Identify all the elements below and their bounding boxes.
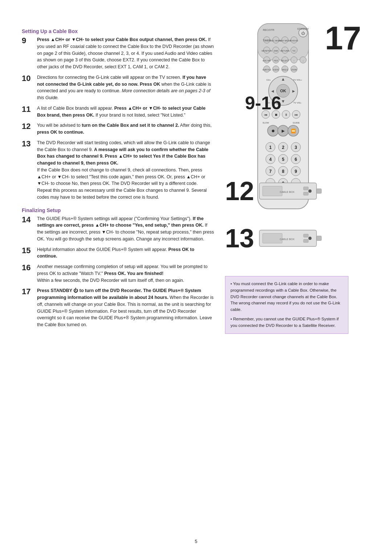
svg-text:↑: ↑ [294, 60, 295, 62]
step-content-14: The GUIDE Plus+® System settings will ap… [37, 215, 214, 243]
cablebox-12-svg: CABLE BOX [258, 178, 323, 204]
step-12: 12 You will be advised to turn on the Ca… [22, 122, 214, 136]
step-16: 16 Another message confirming completion… [22, 263, 214, 284]
cablebox-13-svg: CABLE BOX [258, 226, 323, 251]
svg-text:1: 1 [269, 145, 272, 150]
cablebox-12-section: 12 CABLE BOX [225, 178, 323, 204]
step-content-9: Press ▲CH+ or ▼CH- to select your Cable … [37, 36, 214, 70]
step-content-15: Helpful information about the GUIDE Plus… [37, 246, 214, 260]
svg-text:SUBTITLE: SUBTITLE [262, 69, 271, 71]
section-heading-setup: Setting Up a Cable Box [22, 28, 214, 34]
label-12: 12 [225, 178, 254, 204]
left-column: Setting Up a Cable Box 9 Press ▲CH+ or ▼… [22, 22, 225, 540]
svg-text:►: ► [291, 89, 296, 94]
section-heading-finalizing: Finalizing Setup [22, 207, 214, 213]
svg-text:⏻: ⏻ [301, 31, 305, 35]
step-number-15: 15 [22, 246, 35, 255]
svg-text:⏪: ⏪ [291, 128, 296, 133]
step-number-11: 11 [22, 105, 35, 114]
step-13: 13 The DVD Recorder will start testing c… [22, 139, 214, 201]
notes-box: You must connect the G-Link cable in ord… [225, 276, 348, 334]
step-number-9: 9 [22, 36, 35, 45]
svg-text:REC/OTR: REC/OTR [263, 29, 274, 31]
svg-text:SLOW: SLOW [262, 122, 269, 124]
step-content-16: Another message confirming completion of… [37, 263, 214, 284]
svg-text:ZOOM: ZOOM [291, 69, 297, 71]
svg-text:⏺: ⏺ [271, 129, 275, 133]
section-finalizing: Finalizing Setup 14 The GUIDE Plus+® Sys… [22, 207, 214, 328]
svg-text:↓: ↓ [303, 60, 304, 62]
svg-rect-101 [303, 239, 309, 243]
svg-rect-92 [263, 186, 282, 196]
step-14: 14 The GUIDE Plus+® System settings will… [22, 215, 214, 243]
step-17: 17 Press STANDBY ⏻ to turn off the DVD R… [22, 287, 214, 328]
svg-text:PLAY MODE: PLAY MODE [279, 40, 291, 42]
svg-rect-99 [263, 234, 282, 243]
svg-text:DIM: DIM [274, 50, 278, 52]
step-number-14: 14 [22, 215, 35, 224]
svg-text:DISC NAV: DISC NAV [262, 60, 271, 62]
step-11: 11 A list of Cable Box brands will appea… [22, 105, 214, 119]
svg-text:RETURN: RETURN [281, 50, 290, 52]
svg-rect-100 [303, 234, 309, 237]
svg-text:ANGLE: ANGLE [282, 69, 289, 71]
cablebox-13-section: 13 CABLE BOX [225, 225, 323, 251]
note-2: Remember, you cannot use the GUIDE Plus+… [230, 316, 343, 329]
step-number-16: 16 [22, 263, 35, 272]
page-number: 5 [195, 539, 197, 544]
svg-text:TV/DVD: TV/DVD [290, 40, 298, 42]
svg-text:3: 3 [295, 145, 297, 150]
svg-text:YES: YES [274, 60, 278, 62]
note-1: You must connect the G-Link cable in ord… [230, 281, 343, 313]
svg-text:TIMER: TIMER [263, 39, 271, 42]
svg-text:CABLE BOX: CABLE BOX [280, 238, 295, 241]
svg-text:6: 6 [295, 157, 297, 162]
svg-text:⏭: ⏭ [295, 113, 298, 117]
svg-text:8: 8 [282, 169, 285, 174]
svg-rect-103 [317, 236, 322, 241]
page-container: Setting Up a Cable Box 9 Press ▲CH+ or ▼… [0, 0, 392, 555]
step-15: 15 Helpful information about the GUIDE P… [22, 246, 214, 260]
svg-text:TV VOL-: TV VOL- [293, 102, 302, 104]
svg-text:▶: ▶ [282, 129, 285, 133]
svg-rect-93 [303, 187, 309, 190]
step-content-10: Directions for connecting the G-Link cab… [37, 74, 214, 101]
step-content-17: Press STANDBY ⏻ to turn off the DVD Reco… [37, 287, 214, 328]
step-content-13: The DVD Recorder will start testing code… [37, 139, 214, 201]
step-number-13: 13 [22, 139, 35, 148]
step-content-12: You will be advised to turn on the Cable… [37, 122, 214, 136]
step-number-12: 12 [22, 122, 35, 131]
step-content-11: A list of Cable Box brands will appear. … [37, 105, 214, 119]
svg-rect-94 [303, 192, 309, 195]
svg-text:SELECT: SELECT [281, 60, 289, 62]
step-number-10: 10 [22, 74, 35, 83]
label-9-16: 9-16 [245, 93, 281, 114]
svg-point-97 [309, 190, 312, 193]
section-setting-up: Setting Up a Cable Box 9 Press ▲CH+ or ▼… [22, 28, 214, 201]
svg-text:CH+: CH+ [266, 79, 271, 81]
svg-text:▼: ▼ [281, 99, 285, 104]
right-column: 17 9-16 ⏻ REC/OTR STANDBY TI [225, 22, 363, 540]
svg-text:CABLE BOX: CABLE BOX [280, 190, 295, 194]
label-13: 13 [225, 225, 254, 251]
svg-text:7: 7 [269, 169, 272, 174]
svg-text:STANDBY: STANDBY [297, 28, 309, 30]
svg-text:T/C: T/C [292, 50, 296, 52]
svg-rect-96 [317, 189, 322, 194]
svg-text:TV VOL+: TV VOL+ [293, 79, 302, 81]
step-10: 10 Directions for connecting the G-Link … [22, 74, 214, 101]
svg-text:▲: ▲ [281, 77, 285, 82]
svg-text:AUDIO: AUDIO [273, 69, 279, 71]
step-number-17: 17 [22, 287, 35, 296]
svg-text:⏸: ⏸ [285, 113, 288, 117]
svg-text:2: 2 [282, 145, 285, 150]
step-9: 9 Press ▲CH+ or ▼CH- to select your Cabl… [22, 36, 214, 70]
svg-text:5: 5 [282, 157, 285, 162]
svg-text:9: 9 [295, 169, 297, 174]
svg-text:MONITOR: MONITOR [262, 50, 272, 52]
svg-text:4: 4 [269, 157, 272, 162]
svg-point-104 [309, 237, 312, 240]
svg-text:GUIDE: GUIDE [293, 122, 299, 124]
